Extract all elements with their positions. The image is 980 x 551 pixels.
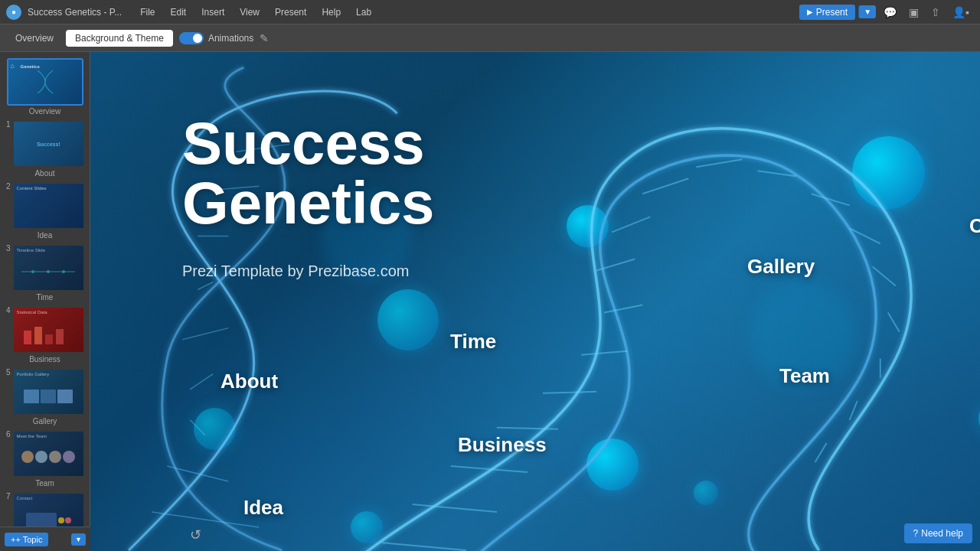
share-icon[interactable]: ⇧	[926, 4, 945, 21]
add-topic-dropdown[interactable]: ▼	[71, 533, 86, 546]
svg-line-27	[696, 159, 742, 167]
team-avatars	[20, 449, 77, 465]
slide-thumb-business[interactable]: Statistical Data	[12, 306, 85, 354]
slide-thumb-inner-overview: ⌂ Genetics	[8, 60, 82, 104]
present-button[interactable]: ▶ Present	[799, 5, 855, 20]
svg-line-12	[182, 328, 228, 340]
idea-thumb-images	[47, 194, 51, 218]
svg-point-2	[47, 270, 50, 273]
screen-share-icon[interactable]: ▣	[904, 4, 923, 21]
slide-thumb-overview[interactable]: ⌂ Genetics	[7, 58, 83, 106]
slide-thumb-about[interactable]: Success!	[12, 120, 85, 168]
svg-rect-5	[34, 327, 42, 344]
svg-line-26	[642, 178, 688, 194]
nav-label-idea[interactable]: Idea	[243, 496, 283, 520]
svg-line-23	[604, 305, 642, 313]
help-button[interactable]: ? Need help	[904, 523, 972, 543]
slide-item-time[interactable]: 3 Timeline Slide Time	[5, 244, 85, 302]
slide-thumb-team[interactable]: Meet the Team	[12, 430, 85, 478]
animations-toggle-group: Animations	[179, 32, 253, 44]
svg-line-10	[190, 420, 205, 435]
title-line2: Genetics	[182, 173, 434, 233]
menu-help[interactable]: Help	[315, 5, 347, 19]
menu-lab[interactable]: Lab	[350, 5, 377, 19]
question-icon: ?	[913, 528, 919, 539]
svg-rect-7	[56, 329, 64, 344]
slide-thumb-gallery[interactable]: Portfolio Gallery	[12, 368, 85, 416]
nav-label-time[interactable]: Time	[450, 330, 496, 354]
add-topic-bar: + + Topic ▼	[0, 527, 90, 551]
main-layout: ⌂ Genetics Overview 1	[0, 52, 980, 551]
nav-label-about[interactable]: About	[220, 370, 278, 393]
nav-label-contact[interactable]: Contact	[969, 214, 980, 238]
animations-toggle[interactable]	[179, 32, 204, 44]
slide-thumb-idea[interactable]: Content Slides	[12, 182, 85, 230]
menu-view[interactable]: View	[234, 5, 266, 19]
toolbar: Overview Background & Theme Animations ✎	[0, 24, 980, 52]
slide-item-about[interactable]: 1 Success! About	[5, 120, 85, 178]
user-icon[interactable]: 👤▪	[948, 4, 974, 21]
thumb-dna-svg	[22, 67, 68, 97]
svg-point-1	[31, 270, 34, 273]
add-topic-button[interactable]: + + Topic	[5, 533, 48, 546]
undo-button[interactable]: ↺	[190, 527, 201, 543]
svg-line-31	[873, 266, 896, 285]
svg-line-11	[190, 374, 213, 390]
play-icon: ▶	[807, 8, 813, 16]
main-subtitle: Prezi Template by Prezibase.com	[182, 262, 409, 280]
menu-file[interactable]: File	[134, 5, 161, 19]
slide-item-business[interactable]: 4 Statistical Data Busi	[5, 306, 85, 364]
title-line1: Success	[182, 113, 434, 173]
nav-label-team[interactable]: Team	[779, 364, 830, 388]
svg-rect-6	[45, 334, 53, 344]
tab-overview[interactable]: Overview	[6, 30, 63, 47]
slide-item-team[interactable]: 6 Meet the Team Team	[5, 430, 85, 487]
menu-edit[interactable]: Edit	[165, 5, 193, 19]
svg-line-25	[612, 217, 650, 232]
home-icon: ⌂	[11, 62, 15, 70]
menu-bar: ● Success Genetics - P... File Edit Inse…	[0, 0, 980, 24]
menu-insert[interactable]: Insert	[195, 5, 230, 19]
business-thumb-svg	[18, 323, 79, 346]
menu-present[interactable]: Present	[269, 5, 312, 19]
presentation-canvas[interactable]: Success Genetics Prezi Template by Prezi…	[90, 52, 980, 551]
svg-line-34	[850, 401, 858, 420]
slide-item-idea[interactable]: 2 Content Slides Idea	[5, 182, 85, 240]
app-icon: ●	[6, 5, 21, 20]
time-thumb-svg	[18, 264, 79, 279]
svg-rect-4	[24, 331, 31, 344]
tab-background-theme[interactable]: Background & Theme	[66, 30, 173, 47]
comment-toolbar-icon[interactable]: 💬	[879, 4, 901, 21]
slide-panel: ⌂ Genetics Overview 1	[0, 52, 90, 551]
svg-line-32	[888, 313, 900, 332]
animations-label: Animations	[208, 33, 253, 44]
slide-item-overview[interactable]: ⌂ Genetics Overview	[5, 58, 85, 116]
svg-line-35	[815, 443, 827, 462]
nav-label-business[interactable]: Business	[458, 433, 547, 457]
app-title: Success Genetics - P...	[28, 7, 122, 18]
svg-line-17	[382, 543, 466, 550]
svg-point-3	[62, 270, 65, 273]
slide-thumb-time[interactable]: Timeline Slide	[12, 244, 85, 292]
comment-icon[interactable]: ✎	[260, 32, 269, 44]
present-dropdown[interactable]: ▼	[858, 5, 876, 18]
svg-line-22	[581, 351, 627, 355]
slide-item-gallery[interactable]: 5 Portfolio Gallery Gallery	[5, 368, 85, 425]
svg-line-21	[543, 392, 596, 393]
main-title: Success Genetics	[182, 113, 434, 233]
svg-line-20	[497, 428, 558, 429]
sidebar-wrapper: ⌂ Genetics Overview 1	[0, 52, 90, 551]
nav-label-gallery[interactable]: Gallery	[747, 255, 815, 279]
